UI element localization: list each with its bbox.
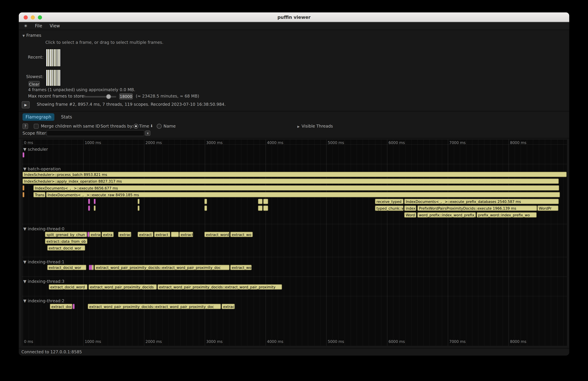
minimize-button[interactable] xyxy=(31,15,35,20)
flamegraph-canvas[interactable]: 0 ms0 ms1000 ms1000 ms2000 ms2000 ms3000… xyxy=(22,139,567,346)
merge-checkbox[interactable] xyxy=(34,124,39,128)
gridline xyxy=(235,139,235,346)
scope-span[interactable]: extrac xyxy=(118,232,131,237)
scope-span[interactable]: extract_word_pair_proximity_docids::extr… xyxy=(88,304,221,309)
max-frames-slider[interactable] xyxy=(83,96,116,98)
scope-span[interactable] xyxy=(73,304,75,309)
scope-span[interactable]: PrefixWordPairsProximityDocids::execute … xyxy=(417,206,537,211)
thread-header-indexing-thread-0[interactable]: ▼ indexing-thread:0 xyxy=(23,227,64,232)
clear-filter-button[interactable]: x xyxy=(145,130,150,136)
scope-span[interactable]: extract_word_pair_proximity_docids xyxy=(88,284,157,290)
thread-header-scheduler[interactable]: ▼ scheduler xyxy=(23,147,48,152)
scope-span[interactable] xyxy=(138,206,139,211)
sort-direction-icon[interactable]: ⬇ xyxy=(150,124,153,128)
scope-span[interactable] xyxy=(263,206,268,211)
menu-file[interactable]: File xyxy=(35,23,42,28)
scope-span[interactable] xyxy=(22,192,24,197)
scope-span[interactable] xyxy=(258,199,263,204)
scope-span[interactable]: IndexScheduler>::apply_index_operation 8… xyxy=(22,179,559,184)
menu-view[interactable]: View xyxy=(50,23,60,28)
play-button[interactable]: ▶ xyxy=(22,101,30,108)
thread-header-batch-operation[interactable]: ▼ batch-operation xyxy=(23,167,61,172)
help-button[interactable]: ? xyxy=(22,123,28,129)
section-separator xyxy=(22,276,567,277)
scope-span[interactable]: IndexScheduler>::process_batch 8953.821 … xyxy=(22,172,566,177)
title-bar[interactable]: puffin viewer xyxy=(19,12,569,22)
scope-span[interactable] xyxy=(22,152,24,157)
max-frames-value[interactable]: 18000 xyxy=(119,93,133,99)
scope-span[interactable] xyxy=(87,232,89,237)
scope-span[interactable]: receive_typed_ xyxy=(375,199,404,204)
menu-bar: ✳ File View xyxy=(19,22,569,30)
sort-time-radio[interactable] xyxy=(134,124,138,128)
scope-span[interactable]: typed_chunk::w xyxy=(375,206,404,211)
clear-button[interactable]: Clear xyxy=(28,81,40,87)
scope-span[interactable] xyxy=(204,199,207,204)
close-button[interactable] xyxy=(24,15,28,20)
scope-span[interactable]: extract_docid_word xyxy=(49,284,87,290)
frames-header[interactable]: ▼Frames xyxy=(22,33,41,38)
scope-span[interactable]: IndexDocuments<_, _>::execute 8656.677 m… xyxy=(33,185,559,190)
window-title: puffin viewer xyxy=(277,14,311,20)
scope-span[interactable]: extract_word_pair_proximity_docids::extr… xyxy=(94,265,229,270)
scope-span[interactable]: IndexDocuments<_, _>::execute_prefix_dat… xyxy=(404,199,559,204)
scope-span[interactable]: word_prefix::index_word_prefix_ xyxy=(417,212,476,217)
scope-span[interactable]: extrac xyxy=(222,304,235,309)
scope-span[interactable] xyxy=(22,185,24,190)
gridline xyxy=(496,139,497,346)
scope-span[interactable] xyxy=(171,232,179,237)
scope-span[interactable]: WordPr xyxy=(537,206,558,211)
scope-span[interactable]: extract_word xyxy=(204,232,230,237)
sort-time-label[interactable]: Time xyxy=(139,124,149,128)
scope-span[interactable]: Word xyxy=(404,212,416,217)
scope-span[interactable]: index xyxy=(404,206,416,211)
scope-span[interactable]: extract_ xyxy=(154,232,170,237)
merge-label[interactable]: Merge children with same ID xyxy=(41,124,100,128)
scope-span[interactable]: extract::data_from_ob xyxy=(45,238,87,244)
scope-span[interactable]: extract_wo xyxy=(230,232,253,237)
axis-tick-label: 5000 ms xyxy=(328,339,344,344)
scope-span[interactable] xyxy=(92,265,94,270)
theme-icon[interactable]: ✳ xyxy=(24,23,27,28)
scope-span[interactable]: extra xyxy=(102,232,114,237)
axis-tick-label: 8000 ms xyxy=(510,339,526,344)
recent-frames-thumbnail[interactable] xyxy=(46,49,61,67)
thread-header-indexing-thread-3[interactable]: ▼ indexing-thread:3 xyxy=(23,279,64,284)
sort-name-label[interactable]: Name xyxy=(164,124,176,128)
scope-span[interactable]: extract_ xyxy=(138,232,153,237)
tab-stats[interactable]: Stats xyxy=(58,113,75,121)
scope-span[interactable] xyxy=(88,199,90,204)
zoom-button[interactable] xyxy=(38,15,42,20)
tab-flamegraph[interactable]: Flamegraph xyxy=(22,113,54,121)
scope-span[interactable] xyxy=(88,206,90,211)
scope-span[interactable]: Trans xyxy=(33,192,45,197)
scope-span[interactable]: extract_docid_wor xyxy=(47,265,86,270)
gridline xyxy=(521,139,521,346)
scope-span[interactable] xyxy=(94,206,96,211)
scope-span[interactable]: extract xyxy=(179,232,193,237)
scope-span[interactable] xyxy=(204,206,207,211)
slider-knob[interactable] xyxy=(106,94,111,99)
scope-span[interactable] xyxy=(138,199,139,204)
slowest-frames-thumbnail[interactable] xyxy=(46,69,61,86)
scope-span[interactable]: extract_wo xyxy=(230,265,252,270)
scope-span[interactable]: extract_word_pair_proximity_docids::extr… xyxy=(157,284,282,290)
scope-span[interactable]: extract_docid_wor xyxy=(47,245,85,251)
scope-filter-input[interactable] xyxy=(46,130,144,136)
gridline xyxy=(442,139,442,346)
thread-header-indexing-thread-2[interactable]: ▼ indexing-thread:2 xyxy=(23,298,64,304)
expand-icon: ▶ xyxy=(297,125,300,128)
visible-threads-toggle[interactable]: ▶Visible Threads xyxy=(297,124,333,128)
scope-span[interactable]: split_grenad_by_chun xyxy=(45,232,87,237)
scope-span[interactable]: extract xyxy=(89,232,101,237)
scope-span[interactable] xyxy=(263,199,268,204)
thread-header-indexing-thread-1[interactable]: ▼ indexing-thread:1 xyxy=(23,259,64,265)
puffin-viewer-window: puffin viewer ✳ File View ▼Frames Click … xyxy=(19,12,569,356)
scope-span[interactable]: IndexDocuments<_, _>::execute_raw 8459.1… xyxy=(46,192,560,197)
window-controls xyxy=(24,15,42,20)
scope-span[interactable] xyxy=(258,206,263,211)
scope-span[interactable] xyxy=(94,199,96,204)
scope-span[interactable]: extract_doc xyxy=(50,304,72,309)
scope-span[interactable]: prefix_word::index_prefix_wo xyxy=(477,212,537,217)
sort-name-radio[interactable] xyxy=(157,124,162,128)
